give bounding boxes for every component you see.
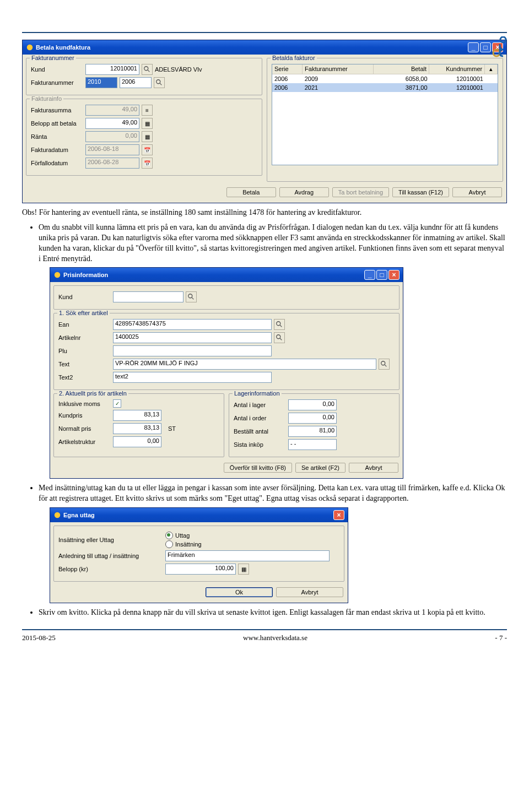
svg-line-9	[192, 297, 194, 300]
anledning-input[interactable]: Frimärken	[165, 550, 330, 561]
kund-name: ADELSVÄRD VIv	[155, 66, 202, 73]
svg-point-12	[277, 335, 280, 339]
ean-input[interactable]: 428957438574375	[113, 319, 272, 330]
text2-input[interactable]: text2	[113, 372, 272, 383]
group-egna-uttag: Insättning eller Uttag Uttag Insättning …	[53, 526, 344, 582]
footer-date: 2015-08-25	[22, 634, 56, 642]
fnr2-input[interactable]: 2006	[120, 77, 152, 88]
group-kund: Kund	[53, 285, 400, 310]
avbryt-button[interactable]: Avbryt	[276, 587, 343, 597]
svg-line-6	[160, 83, 162, 85]
window-title: Prisinformation	[63, 272, 108, 278]
avbryt-button[interactable]: Avbryt	[452, 187, 502, 197]
search-icon[interactable]	[186, 291, 197, 302]
group-aktuellt-pris: 2. Aktuellt pris för artikeln Inklusive …	[53, 393, 224, 457]
calendar-icon[interactable]: 📅	[142, 144, 153, 155]
listview-header: Serie Fakturanummer Betalt Kundnummer ▴	[272, 64, 498, 74]
maximize-button[interactable]: □	[376, 270, 387, 280]
dialog-prisinformation: Prisinformation _ □ × Kund 1. Sök efter …	[50, 267, 403, 479]
svg-point-3	[144, 67, 148, 71]
minimize-button[interactable]: _	[364, 270, 375, 280]
betala-button[interactable]: Betala	[226, 187, 276, 197]
se-artikel-button[interactable]: Se artikel (F2)	[295, 463, 346, 473]
svg-point-7	[55, 272, 61, 278]
search-icon[interactable]	[274, 319, 285, 330]
dialog-betala-kundfaktura: Betala kundfaktura _ □ × Fakturanummer K…	[22, 40, 507, 203]
group-fakturainfo: Fakturainfo Fakturasumma49,00≡ Belopp at…	[26, 99, 262, 176]
search-icon[interactable]	[142, 64, 153, 75]
svg-point-8	[188, 294, 192, 298]
app-icon	[53, 511, 61, 519]
fnr1-input[interactable]: 2010	[85, 77, 117, 88]
listview-row[interactable]: 2006 2021 3871,00 12010001	[272, 83, 498, 92]
svg-point-14	[381, 361, 385, 365]
moms-checkbox[interactable]: ✓	[113, 399, 121, 408]
kund-input[interactable]	[113, 291, 183, 302]
uttag-radio[interactable]	[165, 532, 173, 539]
group-fakturanummer: Fakturanummer Kund 12010001 ADELSVÄRD VI…	[26, 58, 262, 95]
svg-point-2	[27, 45, 33, 51]
svg-point-16	[55, 512, 61, 518]
svg-point-0	[500, 37, 506, 42]
maximize-button[interactable]: □	[480, 42, 491, 52]
text-input[interactable]: VP-RÖR 20MM MILJÖ F INGJ	[113, 359, 376, 370]
para-obs: Obs! För hantering av eventuell ränta, s…	[22, 208, 507, 218]
kund-input[interactable]: 12010001	[85, 64, 139, 75]
minimize-button[interactable]: _	[468, 42, 479, 52]
ok-button[interactable]: Ok	[206, 587, 273, 597]
svg-line-4	[148, 70, 150, 72]
avbryt-button[interactable]: Avbryt	[349, 463, 398, 473]
till-kassan-button[interactable]: Till kassan (F12)	[392, 187, 449, 197]
calculator-icon[interactable]: ▦	[142, 118, 153, 129]
search-icon[interactable]	[379, 359, 390, 370]
svg-point-1	[493, 50, 500, 56]
logo-icon	[492, 36, 507, 58]
window-title: Egna uttag	[63, 512, 95, 518]
listview-row[interactable]: 2006 2009 6058,00 12010001	[272, 74, 498, 83]
insattning-radio[interactable]	[165, 540, 173, 548]
belopp-input[interactable]: 100,00	[165, 564, 236, 575]
search-icon[interactable]	[274, 332, 285, 343]
svg-line-11	[280, 325, 282, 327]
close-button[interactable]: ×	[333, 510, 344, 520]
footer-url: www.hantverksdata.se	[243, 634, 307, 642]
footer-page: - 7 -	[495, 634, 507, 642]
group-lagerinformation: Lagerinformation Antal i lager0,00 Antal…	[229, 393, 400, 457]
footer: 2015-08-25 www.hantverksdata.se - 7 -	[22, 629, 507, 642]
svg-line-15	[385, 365, 387, 367]
calculator-icon[interactable]: ▦	[238, 564, 249, 575]
bullet-2: Med insättning/uttag kan du ta ut eller …	[39, 483, 507, 504]
svg-line-13	[280, 338, 282, 340]
overfor-button[interactable]: Överför till kvitto (F8)	[224, 463, 292, 473]
calendar-icon[interactable]: 📅	[142, 158, 153, 169]
svg-point-10	[277, 322, 280, 326]
bullet-1: Om du snabbt vill kunna lämna ett pris p…	[39, 223, 507, 264]
close-button[interactable]: ×	[388, 270, 400, 280]
avdrag-button[interactable]: Avdrag	[279, 187, 329, 197]
dialog-egna-uttag: Egna uttag × Insättning eller Uttag Utta…	[50, 507, 348, 603]
tabort-button[interactable]: Ta bort betalning	[332, 187, 389, 197]
bullet-3: Skriv om kvitto. Klicka på denna knapp n…	[39, 608, 507, 618]
titlebar: Egna uttag ×	[50, 508, 348, 522]
group-betalda: Betalda fakturor Serie Fakturanummer Bet…	[267, 58, 503, 182]
top-rule	[22, 32, 507, 33]
group-sok-artikel: 1. Sök efter artikel Ean428957438574375 …	[53, 313, 400, 390]
app-icon	[53, 271, 61, 279]
scrollbar-up-icon[interactable]: ▴	[485, 64, 498, 74]
titlebar: Betala kundfaktura _ □ ×	[23, 40, 506, 55]
paid-listview[interactable]: Serie Fakturanummer Betalt Kundnummer ▴ …	[272, 64, 498, 165]
artikelnr-input[interactable]: 1400025	[113, 332, 272, 343]
belopp-input[interactable]: 49,00	[85, 118, 139, 129]
window-title: Betala kundfaktura	[36, 44, 90, 51]
info-icon[interactable]: ▦	[142, 131, 153, 142]
app-icon	[26, 44, 34, 51]
svg-point-5	[156, 80, 160, 84]
search-icon[interactable]	[154, 77, 165, 88]
plu-input[interactable]	[113, 345, 272, 356]
titlebar: Prisinformation _ □ ×	[50, 268, 403, 282]
info-icon[interactable]: ≡	[142, 105, 153, 116]
